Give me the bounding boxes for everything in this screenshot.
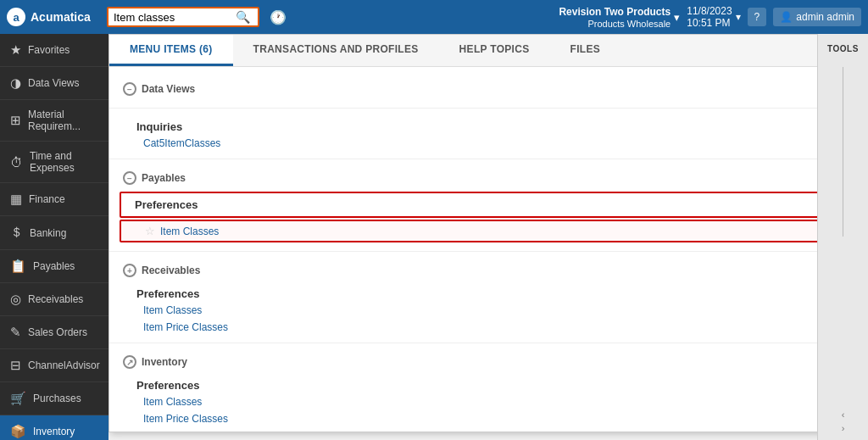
link-item-price-classes-receivables[interactable]: Item Price Classes <box>109 319 817 336</box>
sidebar-item-channel-advisor[interactable]: ⊟ ChannelAdvisor <box>0 349 108 382</box>
tab-transactions-label: TRANSACTIONS AND PROFILES <box>253 43 419 55</box>
sidebar-label-payables: Payables <box>33 260 75 272</box>
section-inventory-header[interactable]: ↗ Inventory <box>109 350 817 374</box>
company-name: Revision Two Products <box>559 6 670 18</box>
main-layout: ★ Favorites ◑ Data Views ⊞ Material Requ… <box>0 34 868 440</box>
time-icon: ⏱ <box>10 155 23 170</box>
section-inventory-label: Inventory <box>142 356 187 368</box>
prev-page-icon[interactable]: ‹ <box>842 409 845 420</box>
company-info: Revision Two Products Products Wholesale <box>559 6 670 29</box>
main-area: MENU ITEMS (6) TRANSACTIONS AND PROFILES… <box>108 34 817 440</box>
link-item-classes-receivables[interactable]: Item Classes <box>109 302 817 319</box>
datetime-value: 11/8/202310:51 PM <box>687 5 732 29</box>
material-icon: ⊞ <box>10 113 21 128</box>
channel-advisor-icon: ⊟ <box>10 358 21 373</box>
link-item-price-classes-inventory[interactable]: Item Price Classes <box>109 410 817 427</box>
section-receivables: + Receivables Preferences Item Classes I… <box>109 255 817 339</box>
purchases-icon: 🛒 <box>10 391 26 406</box>
search-input[interactable] <box>114 11 232 24</box>
search-panel-tabs: MENU ITEMS (6) TRANSACTIONS AND PROFILES… <box>109 35 817 67</box>
sidebar-item-data-views[interactable]: ◑ Data Views <box>0 67 108 100</box>
sidebar-item-payables[interactable]: 📋 Payables <box>0 250 108 283</box>
search-box[interactable]: 🔍 <box>107 7 259 27</box>
top-navigation: a Acumatica 🔍 🕐 Revision Two Products Pr… <box>0 0 868 34</box>
banking-icon: ＄ <box>10 225 23 241</box>
logo-area[interactable]: a Acumatica <box>7 8 100 26</box>
datetime-selector[interactable]: 11/8/202310:51 PM ▾ <box>687 5 740 29</box>
tab-files[interactable]: FILES <box>550 35 621 66</box>
help-button[interactable]: ? <box>748 8 767 26</box>
sidebar-item-banking[interactable]: ＄ Banking <box>0 216 108 250</box>
link-item-classes-inventory[interactable]: Item Classes <box>109 393 817 410</box>
link-cat5itemclasses[interactable]: Cat5ItemClasses <box>109 135 817 152</box>
payables-icon: 📋 <box>10 259 26 274</box>
sidebar-label-channel-advisor: ChannelAdvisor <box>28 359 100 371</box>
favorites-icon: ★ <box>10 42 21 58</box>
search-submit-button[interactable]: 🔍 <box>236 10 250 24</box>
sidebar-item-time[interactable]: ⏱ Time and Expenses <box>0 142 108 183</box>
data-views-collapse-icon: − <box>123 82 136 96</box>
sidebar-item-inventory[interactable]: 📦 Inventory <box>0 415 108 440</box>
section-data-views-header[interactable]: − Data Views <box>109 77 817 101</box>
payables-collapse-icon: − <box>123 171 136 185</box>
sidebar-label-data-views: Data Views <box>28 77 79 89</box>
section-receivables-header[interactable]: + Receivables <box>109 259 817 282</box>
tab-help[interactable]: HELP TOPICS <box>439 35 550 66</box>
sidebar-label-time: Time and Expenses <box>30 150 98 174</box>
user-icon: 👤 <box>780 11 793 23</box>
tools-label: TOOLS <box>824 41 862 57</box>
sidebar-item-sales-orders[interactable]: ✎ Sales Orders <box>0 316 108 349</box>
sidebar-item-finance[interactable]: ▦ Finance <box>0 183 108 216</box>
sidebar-item-purchases[interactable]: 🛒 Purchases <box>0 382 108 415</box>
finance-icon: ▦ <box>10 192 22 207</box>
item-classes-payables-label: Item Classes <box>160 226 219 237</box>
company-chevron-icon: ▾ <box>674 11 680 24</box>
sidebar-label-finance: Finance <box>29 193 65 205</box>
sales-orders-icon: ✎ <box>10 325 21 340</box>
search-results-panel: MENU ITEMS (6) TRANSACTIONS AND PROFILES… <box>108 34 817 432</box>
tab-help-label: HELP TOPICS <box>459 43 530 55</box>
section-payables-label: Payables <box>142 172 186 184</box>
section-payables-header[interactable]: − Payables <box>109 166 817 190</box>
section-data-views: − Data Views <box>109 74 817 104</box>
payables-preferences-title: Preferences <box>128 197 817 213</box>
section-data-views-label: Data Views <box>142 83 195 95</box>
sidebar-item-receivables[interactable]: ◎ Receivables <box>0 283 108 316</box>
acumatica-logo-icon: a <box>7 8 25 26</box>
link-item-classes-payables[interactable]: ☆ Item Classes <box>120 220 817 242</box>
user-label: admin admin <box>796 11 854 23</box>
tab-transactions[interactable]: TRANSACTIONS AND PROFILES <box>233 35 439 66</box>
sidebar-item-material[interactable]: ⊞ Material Requirem... <box>0 100 108 142</box>
item-classes-star-icon: ☆ <box>145 225 155 237</box>
tab-menu-items[interactable]: MENU ITEMS (6) <box>109 35 233 66</box>
inventory-section-icon: ↗ <box>123 355 136 369</box>
tab-files-label: FILES <box>570 43 601 55</box>
company-selector[interactable]: Revision Two Products Products Wholesale… <box>559 6 680 29</box>
search-panel-content: − Data Views Inquiries Cat5ItemClasses −… <box>109 67 817 432</box>
company-subtitle: Products Wholesale <box>587 19 670 29</box>
tools-pagination: ‹ › <box>842 409 845 433</box>
divider-4 <box>109 343 817 343</box>
receivables-expand-icon: + <box>123 264 136 277</box>
sidebar-label-purchases: Purchases <box>33 393 81 404</box>
help-icon: ? <box>754 11 760 23</box>
section-inventory: ↗ Inventory Preferences Item Classes Ite… <box>109 347 817 431</box>
section-receivables-label: Receivables <box>142 265 200 276</box>
section-payables: − Payables Preferences ☆ Item Classes <box>109 163 817 248</box>
inventory-icon: 📦 <box>10 424 26 439</box>
next-page-icon[interactable]: › <box>842 423 845 433</box>
data-views-icon: ◑ <box>10 75 21 91</box>
logo-text: Acumatica <box>31 10 91 24</box>
user-button[interactable]: 👤 admin admin <box>773 8 861 26</box>
sidebar-label-receivables: Receivables <box>28 293 83 305</box>
sidebar-item-favorites[interactable]: ★ Favorites <box>0 34 108 67</box>
tab-menu-items-label: MENU ITEMS (6) <box>130 43 213 55</box>
tools-divider <box>843 67 843 237</box>
inventory-preferences-title: Preferences <box>109 374 817 393</box>
section-inquiries: Inquiries Cat5ItemClasses <box>109 112 817 155</box>
receivables-preferences-title: Preferences <box>109 282 817 302</box>
right-tools-panel: TOOLS ‹ › <box>817 34 868 440</box>
history-button[interactable]: 🕐 <box>266 6 290 29</box>
payables-preferences-subsection: Preferences <box>120 192 817 218</box>
sidebar: ★ Favorites ◑ Data Views ⊞ Material Requ… <box>0 34 108 440</box>
